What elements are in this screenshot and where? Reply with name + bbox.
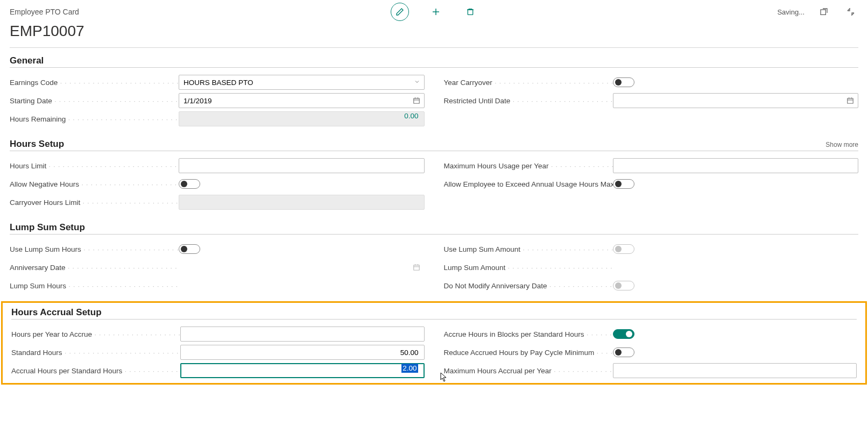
carryover-limit-value: [179, 195, 425, 210]
svg-rect-2: [468, 10, 472, 15]
popout-icon: [820, 8, 828, 16]
label-carryover-limit: Carryover Hours Limit: [10, 198, 179, 207]
new-button[interactable]: [428, 4, 443, 19]
use-ls-amount-toggle[interactable]: [613, 244, 634, 254]
label-no-modify-anniv: Do Not Modify Anniversary Date: [444, 282, 613, 290]
highlight-accrual-setup: Hours Accrual Setup Hours per Year to Ac…: [1, 301, 867, 385]
section-title-general: General: [10, 55, 44, 66]
label-allow-negative: Allow Negative Hours: [10, 180, 179, 188]
label-allow-exceed: Allow Employee to Exceed Annual Usage Ho…: [444, 180, 613, 188]
hpy-input[interactable]: [180, 327, 425, 342]
year-carryover-toggle[interactable]: [613, 77, 634, 87]
label-year-carryover: Year Carryover: [444, 79, 613, 87]
allow-exceed-toggle[interactable]: [613, 179, 634, 189]
anniversary-input[interactable]: [179, 260, 425, 275]
label-starting-date: Starting Date: [10, 97, 179, 105]
section-lump-sum: Lump Sum Setup Use Lump Sum Hours Annive…: [0, 215, 868, 298]
max-accr-input[interactable]: [613, 363, 857, 378]
label-hours-remaining: Hours Remaining: [10, 115, 179, 123]
use-ls-hours-toggle[interactable]: [179, 244, 200, 254]
label-max-usage: Maximum Hours Usage per Year: [444, 162, 613, 170]
section-hours-setup: Hours Setup Show more Hours Limit Allow …: [0, 131, 868, 215]
label-ls-hours: Lump Sum Hours: [10, 282, 179, 290]
earnings-code-select[interactable]: [179, 75, 425, 90]
std-hours-input[interactable]: [180, 345, 425, 360]
trash-icon: [466, 8, 475, 16]
delete-button[interactable]: [463, 4, 478, 19]
ls-amount-input[interactable]: [613, 260, 859, 275]
reduce-toggle[interactable]: [613, 347, 634, 357]
restricted-until-input[interactable]: [613, 93, 859, 108]
label-use-ls-amount: Use Lump Sum Amount: [444, 245, 613, 253]
popout-button[interactable]: [816, 4, 831, 19]
ls-hours-input[interactable]: [179, 278, 425, 293]
plus-icon: [431, 7, 441, 17]
label-earnings-code: Earnings Code: [10, 79, 179, 87]
hours-remaining-value: 0.00: [179, 111, 425, 126]
allow-negative-toggle[interactable]: [179, 179, 200, 189]
max-usage-input[interactable]: [613, 158, 859, 173]
label-anniversary: Anniversary Date: [10, 264, 179, 272]
page-type-label: Employee PTO Card: [10, 8, 79, 16]
label-accr-per-std: Accrual Hours per Standard Hours: [11, 367, 180, 375]
label-accr-blocks: Accrue Hours in Blocks per Standard Hour…: [444, 330, 613, 338]
save-status: Saving...: [777, 8, 805, 16]
section-title-hours-setup: Hours Setup: [10, 139, 64, 150]
section-general: General Earnings Code Starting Date: [0, 48, 868, 131]
show-more-link[interactable]: Show more: [825, 141, 858, 148]
label-restricted-until: Restricted Until Date: [444, 97, 613, 105]
no-modify-anniv-toggle[interactable]: [613, 281, 634, 290]
label-ls-amount: Lump Sum Amount: [444, 264, 613, 272]
accr-per-std-input[interactable]: 2.00: [180, 363, 425, 378]
accr-per-std-value: 2.00: [401, 364, 418, 373]
label-use-ls-hours: Use Lump Sum Hours: [10, 245, 179, 253]
hours-limit-input[interactable]: [179, 158, 425, 173]
section-title-accrual: Hours Accrual Setup: [11, 307, 102, 318]
label-reduce: Reduce Accrued Hours by Pay Cycle Minimu…: [444, 349, 613, 357]
label-std-hours: Standard Hours: [11, 349, 180, 357]
section-title-lump-sum: Lump Sum Setup: [10, 222, 85, 233]
page-title: EMP10007: [0, 19, 868, 47]
label-hpy: Hours per Year to Accrue: [11, 330, 180, 338]
label-hours-limit: Hours Limit: [10, 162, 179, 170]
accr-blocks-toggle[interactable]: [613, 329, 634, 339]
starting-date-input[interactable]: [179, 93, 425, 108]
collapse-icon: [846, 8, 855, 16]
edit-button[interactable]: [391, 3, 409, 21]
svg-rect-3: [821, 10, 825, 15]
collapse-button[interactable]: [843, 4, 858, 19]
pencil-icon: [396, 8, 404, 16]
label-max-accr: Maximum Hours Accrual per Year: [444, 367, 613, 375]
